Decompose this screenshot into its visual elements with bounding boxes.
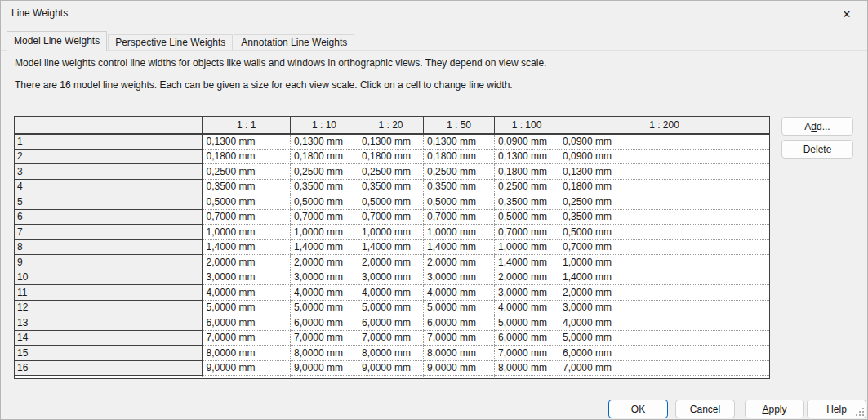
weight-cell[interactable]: 5,0000 mm [424, 300, 495, 315]
weight-cell[interactable]: 6,0000 mm [559, 346, 770, 361]
weight-cell[interactable]: 0,7000 mm [291, 209, 358, 225]
weight-cell[interactable]: 0,0900 mm [559, 134, 770, 150]
weight-cell[interactable]: 1,4000 mm [559, 270, 770, 285]
weight-cell[interactable]: 0,7000 mm [559, 239, 770, 255]
weight-cell[interactable]: 2,0000 mm [291, 255, 358, 270]
weight-cell[interactable]: 1,4000 mm [203, 239, 291, 255]
weight-cell[interactable]: 0,2500 mm [495, 179, 559, 194]
weight-cell[interactable]: 5,0000 mm [495, 315, 559, 331]
weight-cell[interactable]: 1,0000 mm [559, 255, 770, 270]
weight-cell[interactable]: 7,0000 mm [358, 330, 424, 346]
row-header-cell[interactable]: 3 [15, 164, 203, 180]
add-button[interactable]: Add... [781, 117, 853, 136]
weight-cell[interactable]: 5,0000 mm [559, 330, 770, 346]
weight-cell[interactable]: 3,0000 mm [559, 300, 770, 315]
tab-annotation-line-weights[interactable]: Annotation Line Weights [234, 34, 354, 50]
weight-cell[interactable]: 0,3500 mm [559, 209, 770, 225]
delete-button[interactable]: Delete [781, 140, 853, 159]
close-button[interactable]: ✕ [833, 4, 861, 24]
weight-cell[interactable]: 0,1800 mm [291, 149, 358, 164]
weight-cell[interactable]: 7,0000 mm [424, 330, 495, 346]
weight-cell[interactable]: 0,5000 mm [358, 194, 424, 210]
row-header-cell[interactable]: 9 [15, 255, 203, 270]
cancel-button[interactable]: Cancel [675, 400, 735, 418]
weight-cell[interactable]: 1,0000 mm [203, 225, 291, 240]
weight-cell[interactable]: 2,0000 mm [203, 255, 291, 270]
weight-cell[interactable]: 8,0000 mm [495, 360, 559, 376]
weight-cell[interactable]: 0,1300 mm [358, 134, 424, 150]
weight-cell[interactable]: 6,0000 mm [358, 315, 424, 331]
ok-button[interactable]: OK [608, 400, 668, 418]
weight-cell[interactable]: 0,1300 mm [495, 149, 559, 164]
row-header-cell[interactable]: 2 [15, 149, 203, 164]
weight-cell[interactable]: 1,4000 mm [495, 255, 559, 270]
weight-cell[interactable]: 4,0000 mm [358, 285, 424, 301]
weight-cell[interactable]: 0,7000 mm [203, 209, 291, 225]
row-header-cell[interactable]: 6 [15, 209, 203, 225]
weight-cell[interactable]: 1,0000 mm [291, 225, 358, 240]
weight-cell[interactable]: 2,0000 mm [424, 255, 495, 270]
row-header-cell[interactable]: 8 [15, 239, 203, 255]
weight-cell[interactable]: 4,0000 mm [291, 285, 358, 301]
weight-cell[interactable]: 0,1300 mm [424, 134, 495, 150]
weight-cell[interactable]: 0,5000 mm [424, 194, 495, 210]
weight-cell[interactable]: 5,0000 mm [203, 300, 291, 315]
weight-cell[interactable]: 0,0900 mm [495, 134, 559, 150]
row-header-cell[interactable]: 15 [15, 346, 203, 361]
row-header-cell[interactable]: 10 [15, 270, 203, 285]
weight-cell[interactable]: 7,0000 mm [495, 346, 559, 361]
weight-cell[interactable]: 0,1800 mm [358, 149, 424, 164]
weight-cell[interactable]: 4,0000 mm [203, 285, 291, 301]
weight-cell[interactable]: 0,1800 mm [203, 149, 291, 164]
weight-cell[interactable]: 2,0000 mm [559, 285, 770, 301]
weight-cell[interactable]: 2,0000 mm [358, 255, 424, 270]
weight-cell[interactable]: 1,0000 mm [495, 239, 559, 255]
row-header-cell[interactable]: 7 [15, 225, 203, 240]
weight-cell[interactable]: 0,7000 mm [424, 209, 495, 225]
weight-cell[interactable]: 0,3500 mm [495, 194, 559, 210]
tab-perspective-line-weights[interactable]: Perspective Line Weights [108, 34, 233, 50]
weight-cell[interactable]: 0,2500 mm [424, 164, 495, 180]
weight-cell[interactable]: 7,0000 mm [203, 330, 291, 346]
resize-grip[interactable] [855, 407, 864, 416]
weight-cell[interactable]: 6,0000 mm [424, 315, 495, 331]
weight-cell[interactable]: 8,0000 mm [203, 346, 291, 361]
weight-cell[interactable]: 1,0000 mm [424, 225, 495, 240]
weight-cell[interactable]: 9,0000 mm [291, 360, 358, 376]
weight-cell[interactable]: 0,3500 mm [203, 179, 291, 194]
weight-cell[interactable]: 8,0000 mm [291, 346, 358, 361]
weight-cell[interactable]: 6,0000 mm [203, 315, 291, 331]
weight-cell[interactable]: 0,1800 mm [424, 149, 495, 164]
weight-cell[interactable]: 0,1800 mm [495, 164, 559, 180]
weight-cell[interactable]: 0,7000 mm [358, 209, 424, 225]
weight-cell[interactable]: 1,0000 mm [358, 225, 424, 240]
row-header-cell[interactable]: 5 [15, 194, 203, 210]
weight-cell[interactable]: 7,0000 mm [559, 360, 770, 376]
weight-cell[interactable]: 0,2500 mm [291, 164, 358, 180]
weight-cell[interactable]: 5,0000 mm [291, 300, 358, 315]
weight-cell[interactable]: 6,0000 mm [495, 330, 559, 346]
weight-cell[interactable]: 3,0000 mm [291, 270, 358, 285]
weight-cell[interactable]: 0,2500 mm [559, 194, 770, 210]
weight-cell[interactable]: 0,1300 mm [203, 134, 291, 150]
weight-cell[interactable]: 4,0000 mm [559, 315, 770, 331]
weight-cell[interactable]: 6,0000 mm [291, 315, 358, 331]
weight-cell[interactable]: 3,0000 mm [424, 270, 495, 285]
weight-cell[interactable]: 0,3500 mm [358, 179, 424, 194]
weight-cell[interactable]: 0,0900 mm [559, 149, 770, 164]
weight-cell[interactable]: 3,0000 mm [358, 270, 424, 285]
row-header-cell[interactable]: 13 [15, 315, 203, 331]
weight-cell[interactable]: 9,0000 mm [203, 360, 291, 376]
weight-cell[interactable]: 4,0000 mm [495, 300, 559, 315]
weight-cell[interactable]: 0,5000 mm [291, 194, 358, 210]
weight-cell[interactable]: 1,4000 mm [291, 239, 358, 255]
weight-cell[interactable]: 8,0000 mm [358, 346, 424, 361]
weight-cell[interactable]: 3,0000 mm [495, 285, 559, 301]
weight-cell[interactable]: 0,2500 mm [203, 164, 291, 180]
weight-cell[interactable]: 1,4000 mm [358, 239, 424, 255]
row-header-cell[interactable]: 11 [15, 285, 203, 301]
weight-cell[interactable]: 0,5000 mm [203, 194, 291, 210]
weight-cell[interactable]: 0,7000 mm [495, 225, 559, 240]
weight-cell[interactable]: 0,3500 mm [291, 179, 358, 194]
weight-cell[interactable]: 7,0000 mm [291, 330, 358, 346]
